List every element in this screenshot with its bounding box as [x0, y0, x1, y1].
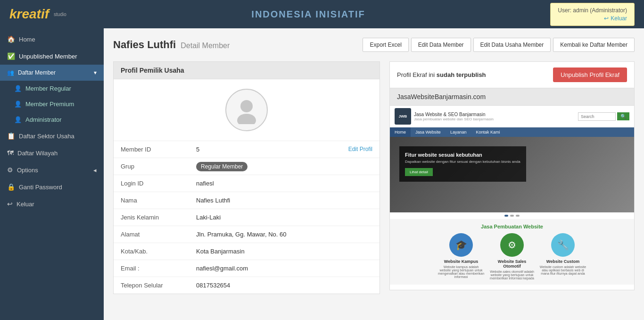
user-icon-premium: 👤 — [14, 101, 22, 108]
fake-website: JWB Jasa Website & SEO Banjarmasin Jasa … — [390, 106, 634, 290]
chevron-down-icon: ▾ — [94, 69, 97, 76]
profile-row-email: Email : nafiesl@gmail.com — [114, 260, 380, 277]
gear-icon: ⚙ — [7, 166, 13, 174]
sidebar-item-member-regular[interactable]: 👤 Member Regular — [0, 81, 104, 96]
fw-topbar: JWB Jasa Website & SEO Banjarmasin Jasa … — [390, 106, 634, 127]
exit-icon: ↩ — [7, 200, 13, 208]
page-title-area: Nafies Luthfi Detail Member — [113, 39, 230, 51]
fw-hero-button[interactable]: Lihat detail — [405, 168, 433, 176]
sidebar-item-keluar[interactable]: ↩ Keluar — [0, 195, 104, 212]
content-area: Nafies Luthfi Detail Member Export Excel… — [104, 28, 644, 320]
sidebar-item-administrator[interactable]: 👤 Administrator — [0, 112, 104, 127]
daftar-sektor-label: Daftar Sektor Usaha — [19, 133, 74, 140]
profile-avatar — [114, 79, 380, 141]
fw-service-desc-custom: Website custom adalah website atau aplik… — [539, 265, 586, 275]
edit-data-usaha-button[interactable]: Edit Data Usaha Member — [473, 38, 551, 52]
profile-row-loginid: Login ID nafiesl — [114, 175, 380, 192]
publish-status: Profil Ekraf ini sudah terpublish — [397, 71, 486, 78]
edit-data-member-button[interactable]: Edit Data Member — [411, 38, 471, 52]
edit-profil-link[interactable]: Edit Profil — [348, 146, 372, 153]
chevron-right-icon: ◂ — [93, 167, 97, 174]
fw-brand-name: Jasa Website & SEO Banjarmasin — [414, 112, 494, 117]
fw-service-otomotif: ⚙ Website Sales Otomotif Website-sales o… — [488, 233, 536, 280]
ganti-password-label: Ganti Password — [19, 184, 62, 191]
user-icon-admin: 👤 — [14, 116, 22, 123]
logout-text: Keluar — [611, 15, 627, 22]
daftar-wilayah-label: Daftar Wilayah — [17, 150, 58, 157]
label-kota: Kota/Kab. — [121, 248, 196, 255]
action-buttons: Export Excel Edit Data Member Edit Data … — [363, 38, 635, 52]
status-text: Profil Ekraf ini — [397, 71, 435, 78]
sidebar-item-daftar-sektor-usaha[interactable]: 📋 Daftar Sektor Usaha — [0, 127, 104, 144]
daftar-member-label: Daftar Member — [18, 69, 56, 76]
value-grup: Regular Member — [196, 163, 372, 170]
sidebar-item-ganti-password[interactable]: 🔒 Ganti Password — [0, 178, 104, 195]
home-icon: 🏠 — [7, 35, 15, 43]
fw-dots — [390, 212, 634, 219]
sidebar-item-options[interactable]: ⚙ Options ◂ — [0, 161, 104, 178]
page-header: Nafies Luthfi Detail Member Export Excel… — [113, 38, 635, 52]
page-subtitle: Detail Member — [181, 42, 230, 50]
website-header: JasaWebsiteBanjarmasin.com — [390, 88, 634, 106]
fw-dot-3 — [516, 215, 520, 217]
profile-card: Profil Pemilik Usaha Member ID 5 — [113, 61, 380, 294]
value-kota: Kota Banjarmasin — [196, 248, 372, 255]
logout-link[interactable]: ↩ Keluar — [558, 15, 627, 22]
logo-text: kreatif — [9, 7, 49, 22]
fw-hero-overlay: Fitur website sesuai kebutuhan Dapatkan … — [399, 146, 526, 182]
profile-card-header: Profil Pemilik Usaha — [114, 62, 380, 79]
profile-row-jenis-kelamin: Jenis Kelamin Laki-Laki — [114, 209, 380, 226]
sidebar-section-daftar-member[interactable]: 👥 Daftar Member ▾ — [0, 65, 104, 81]
fw-nav: Home Jasa Website Layanan Kontak Kami — [390, 127, 634, 137]
fw-services: Jasa Pembuatan Website 🎓 Website Kampus … — [390, 219, 634, 285]
main-layout: 🏠 Home ✅ Unpublished Member 👥 Daftar Mem… — [0, 28, 644, 320]
user-icon-regular: 👤 — [14, 85, 22, 92]
fw-service-label-custom: Website Custom — [539, 259, 586, 264]
value-jenis-kelamin: Laki-Laki — [196, 214, 372, 221]
fw-search-input[interactable] — [578, 112, 616, 121]
fw-hero-title: Fitur website sesuai kebutuhan — [405, 152, 520, 158]
website-preview: JWB Jasa Website & SEO Banjarmasin Jasa … — [390, 106, 634, 290]
sidebar-item-daftar-wilayah[interactable]: 🗺 Daftar Wilayah — [0, 144, 104, 161]
fw-logo-box: JWB — [395, 108, 411, 125]
value-telepon: 0817532654 — [196, 282, 372, 289]
two-col-layout: Profil Pemilik Usaha Member ID 5 — [113, 61, 635, 294]
value-email: nafiesl@gmail.com — [196, 265, 372, 272]
profile-row-nama: Nama Nafies Luthfi — [114, 192, 380, 209]
fw-service-kampus: 🎓 Website Kampus Website kampus adalah w… — [438, 233, 485, 280]
page-main-title: Nafies Luthfi — [113, 39, 176, 51]
fw-service-label-otomotif: Website Sales Otomotif — [488, 259, 536, 269]
fw-service-desc-otomotif: Website-sales otomotif adalah website ya… — [488, 270, 536, 280]
fw-dot-1 — [504, 215, 508, 217]
users-icon: 👥 — [7, 69, 14, 76]
label-jenis-kelamin: Jenis Kelamin — [121, 214, 196, 221]
fw-nav-home[interactable]: Home — [390, 127, 411, 137]
value-nama: Nafies Luthfi — [196, 197, 372, 204]
unpublish-button[interactable]: Unpublish Profil Ekraf — [553, 67, 627, 82]
status-bold: sudah terpublish — [437, 71, 486, 78]
fw-service-label-kampus: Website Kampus — [438, 259, 485, 264]
fw-service-icon-kampus: 🎓 — [449, 233, 473, 257]
fw-nav-kontak[interactable]: Kontak Kami — [471, 127, 504, 137]
sidebar-item-member-premium[interactable]: 👤 Member Premium — [0, 96, 104, 112]
fw-nav-layanan[interactable]: Layanan — [446, 127, 471, 137]
fw-nav-jasa[interactable]: Jasa Website — [411, 127, 446, 137]
avatar-placeholder — [225, 89, 268, 131]
fw-brand-sub: Jasa pembuatan website dan SEO banjarmas… — [414, 117, 494, 121]
kembali-button[interactable]: Kembali ke Daftar Member — [553, 38, 635, 52]
sidebar-item-home[interactable]: 🏠 Home — [0, 31, 104, 48]
fw-search-button[interactable]: 🔍 — [617, 112, 629, 120]
label-alamat: Alamat — [121, 231, 196, 238]
top-header: kreatif studio INDONESIA INISIATIF User:… — [0, 0, 644, 28]
options-label: Options — [17, 167, 38, 174]
sidebar-item-unpublished-member[interactable]: ✅ Unpublished Member — [0, 48, 104, 65]
label-grup: Grup — [121, 163, 196, 170]
sidebar-label-home: Home — [19, 36, 35, 43]
sidebar-label-unpublished: Unpublished Member — [19, 53, 77, 60]
user-label: User: admin (Administrator) — [558, 7, 627, 14]
lock-icon: 🔒 — [7, 183, 15, 191]
export-excel-button[interactable]: Export Excel — [363, 38, 408, 52]
value-alamat: Jln. Pramuka, Gg. Mawar, No. 60 — [196, 231, 372, 238]
fw-service-desc-kampus: Website kampus adalah website yang bertu… — [438, 265, 485, 278]
label-nama: Nama — [121, 197, 196, 204]
